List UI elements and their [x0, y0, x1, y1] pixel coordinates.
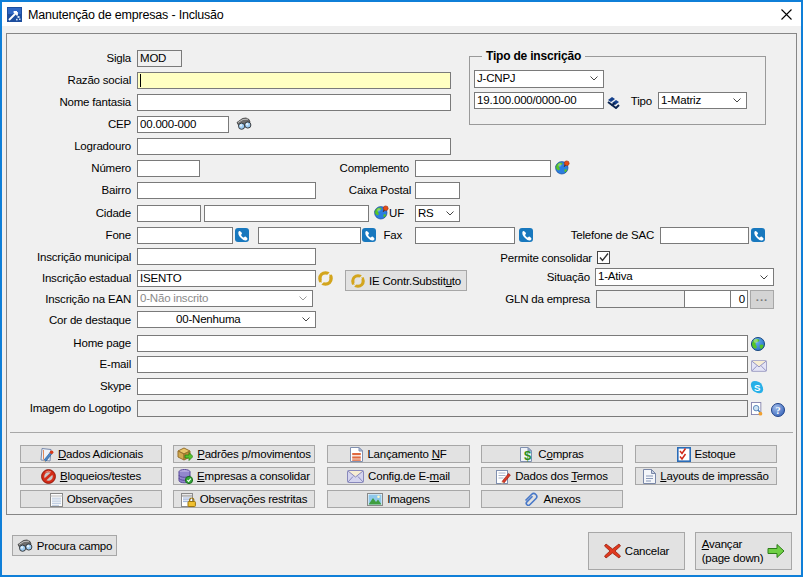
svg-text:S: S [754, 382, 761, 393]
svg-text:?: ? [776, 405, 781, 416]
svg-text:$: $ [524, 448, 532, 462]
